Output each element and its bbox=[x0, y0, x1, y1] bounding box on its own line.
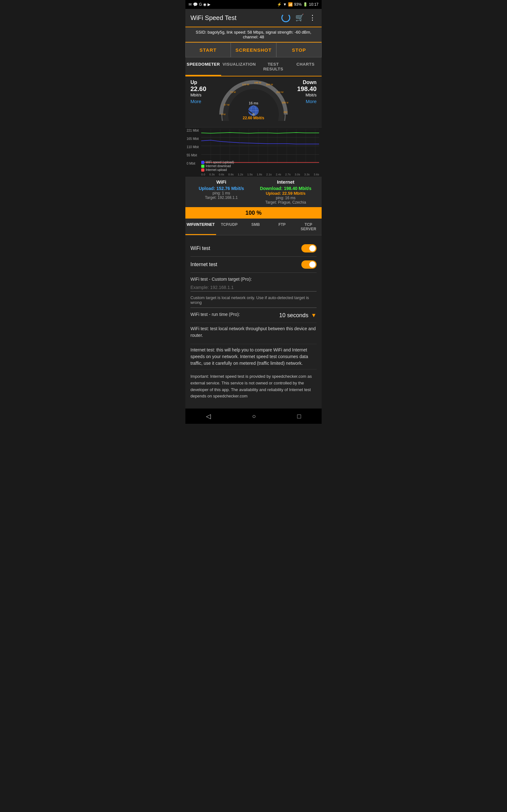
wifi-test-row: WiFi test bbox=[190, 241, 317, 256]
down-more-link[interactable]: More bbox=[306, 99, 317, 104]
app-bar-actions: 🛒 ⋮ bbox=[281, 13, 317, 22]
battery-text: 93% bbox=[294, 2, 302, 7]
down-unit: Mbit/s bbox=[291, 93, 317, 97]
wifi-icon: ▼ bbox=[283, 2, 287, 7]
up-value: 22.60 bbox=[190, 85, 216, 93]
progress-bar: 100 % bbox=[185, 207, 322, 218]
start-button[interactable]: START bbox=[185, 43, 231, 57]
tab-tcp-udp[interactable]: TCP/UDP bbox=[216, 218, 242, 235]
spinner-icon[interactable] bbox=[281, 13, 290, 22]
svg-text:110 M: 110 M bbox=[242, 83, 249, 86]
tab-wifi-internet[interactable]: WIFI/INTERNET bbox=[185, 218, 216, 235]
recents-button[interactable]: □ bbox=[297, 413, 301, 420]
info-bar: SSID: bagoly5g, link speed: 58 Mbps, sig… bbox=[185, 27, 322, 43]
y-label-3: 110 Mbit bbox=[187, 145, 199, 149]
action-buttons: START SCREENSHOT STOP bbox=[185, 43, 322, 57]
tab-visualization[interactable]: VISUALIZATION bbox=[221, 57, 257, 76]
status-left-icons: ✉ 💬 G ◉ ▶ bbox=[188, 2, 210, 7]
svg-text:183 M: 183 M bbox=[266, 83, 273, 86]
important-note: Important: Internet speed test is provid… bbox=[190, 369, 317, 403]
chart-legend: WiFi speed (upload) Internet download In… bbox=[201, 160, 234, 171]
stop-button[interactable]: STOP bbox=[276, 43, 322, 57]
chat-icon: 💬 bbox=[193, 2, 198, 7]
back-button[interactable]: ◁ bbox=[206, 412, 211, 420]
cart-icon[interactable]: 🛒 bbox=[295, 14, 304, 22]
svg-text:219 M: 219 M bbox=[276, 91, 284, 94]
home-button[interactable]: ○ bbox=[252, 413, 256, 420]
down-label: Down bbox=[291, 80, 317, 85]
y-axis-labels: 221 Mbit 165 Mbit 110 Mbit 55 Mbit 0 Mbi… bbox=[187, 129, 199, 165]
android-nav: ◁ ○ □ bbox=[185, 409, 322, 424]
battery-icon: 🔋 bbox=[303, 2, 308, 7]
status-right-icons: ⚡ ▼ 📶 93% 🔋 10:17 bbox=[277, 2, 319, 7]
inet-download: Download: 198.40 Mbit/s bbox=[255, 186, 317, 191]
up-more-link[interactable]: More bbox=[190, 99, 201, 104]
x-axis-labels: 0.00.3s0.6s0.9s1.2s1.5s1.8s2.1s2.4s2.7s3… bbox=[201, 173, 319, 176]
tab-charts[interactable]: CHARTS bbox=[289, 57, 322, 76]
tab-tcp-server[interactable]: TCP SERVER bbox=[295, 218, 322, 235]
upload-info: Up 22.60 Mbit/s More bbox=[190, 80, 216, 104]
bottom-tabs: WIFI/INTERNET TCP/UDP SMB FTP TCP SERVER bbox=[185, 218, 322, 235]
svg-text:0 M: 0 M bbox=[221, 113, 226, 116]
inet-ping: ping: 16 ms bbox=[255, 196, 317, 200]
ssid-info: SSID: bagoly5g, link speed: 58 Mbps, sig… bbox=[196, 30, 312, 39]
mail-icon: ✉ bbox=[188, 2, 192, 7]
settings-area: WiFi test Internet test WiFi test - Cust… bbox=[185, 235, 322, 409]
status-bar: ✉ 💬 G ◉ ▶ ⚡ ▼ 📶 93% 🔋 10:17 bbox=[185, 0, 322, 9]
y-label-1: 221 Mbit bbox=[187, 129, 199, 132]
run-time-row[interactable]: WiFi test - run time (Pro): 10 seconds ▼ bbox=[190, 308, 317, 322]
tab-test-results[interactable]: TEST RESULTS bbox=[257, 57, 289, 76]
wifi-title: WiFi bbox=[190, 179, 252, 185]
stats-row: WiFi Upload: 152.76 Mbit/s ping: 1 ms Ta… bbox=[185, 177, 322, 207]
wifi-test-label: WiFi test bbox=[190, 246, 210, 251]
speedometer-section: Up 22.60 Mbit/s More 37 M 73 M bbox=[185, 77, 322, 127]
internet-test-toggle[interactable] bbox=[301, 260, 317, 269]
run-time-label: WiFi test - run time (Pro): bbox=[190, 312, 240, 317]
run-time-value: 10 seconds bbox=[279, 312, 308, 319]
speed-row: Up 22.60 Mbit/s More 37 M 73 M bbox=[190, 80, 317, 124]
svg-text:73 M: 73 M bbox=[230, 91, 236, 94]
progress-text: 100 % bbox=[245, 210, 262, 216]
signal-icon: 📶 bbox=[288, 2, 293, 7]
custom-target-input[interactable] bbox=[190, 284, 317, 292]
custom-target-note: Custom target is local network only. Use… bbox=[190, 295, 317, 308]
svg-text:256 M: 256 M bbox=[282, 101, 288, 104]
wifi-ping: ping: 1 ms bbox=[190, 191, 252, 195]
app-bar: WiFi Speed Test 🛒 ⋮ bbox=[185, 9, 322, 27]
screenshot-button[interactable]: SCREENSHOT bbox=[231, 43, 276, 57]
down-value: 198.40 bbox=[291, 85, 317, 93]
inet-target: Target: Prague, Czechia bbox=[255, 200, 317, 205]
download-info: Down 198.40 Mbit/s More bbox=[291, 80, 317, 104]
more-icon[interactable]: ⋮ bbox=[309, 14, 317, 22]
inet-upload: Upload: 22.59 Mbit/s bbox=[255, 191, 317, 196]
svg-text:292 M: 292 M bbox=[283, 111, 288, 113]
wifi-upload: Upload: 152.76 Mbit/s bbox=[190, 186, 252, 191]
dropdown-arrow-icon[interactable]: ▼ bbox=[311, 312, 317, 319]
tab-speedometer[interactable]: SPEEDOMETER bbox=[185, 57, 221, 76]
circle-icon: ◉ bbox=[203, 2, 206, 7]
tab-ftp[interactable]: FTP bbox=[269, 218, 295, 235]
legend-inet-download: Internet download bbox=[201, 164, 234, 168]
bluetooth-icon: ⚡ bbox=[277, 2, 282, 7]
play-icon: ▶ bbox=[208, 2, 210, 7]
gauge-wrap: 37 M 73 M 110 M 146 M 183 M 219 M 256 M … bbox=[219, 80, 288, 124]
wifi-test-toggle[interactable] bbox=[301, 244, 317, 252]
internet-test-desc: Internet test: this will help you to com… bbox=[190, 344, 317, 369]
google-icon: G bbox=[199, 2, 202, 7]
run-time-control[interactable]: 10 seconds ▼ bbox=[279, 312, 317, 319]
legend-inet-down-dot bbox=[201, 165, 205, 168]
svg-text:146 M: 146 M bbox=[254, 81, 262, 84]
gauge-svg: 37 M 73 M 110 M 146 M 183 M 219 M 256 M … bbox=[219, 80, 288, 121]
y-label-4: 55 Mbit bbox=[187, 154, 199, 157]
time: 10:17 bbox=[309, 2, 319, 7]
ping-value: 16 ms bbox=[249, 101, 258, 105]
y-label-2: 165 Mbit bbox=[187, 137, 199, 141]
legend-wifi-dot bbox=[201, 161, 205, 164]
app-title: WiFi Speed Test bbox=[190, 14, 236, 21]
main-tabs: SPEEDOMETER VISUALIZATION TEST RESULTS C… bbox=[185, 57, 322, 77]
speed-chart bbox=[201, 129, 319, 164]
up-label: Up bbox=[190, 80, 216, 85]
svg-point-18 bbox=[252, 113, 255, 116]
gauge-container: 37 M 73 M 110 M 146 M 183 M 219 M 256 M … bbox=[216, 80, 291, 124]
tab-smb[interactable]: SMB bbox=[242, 218, 269, 235]
